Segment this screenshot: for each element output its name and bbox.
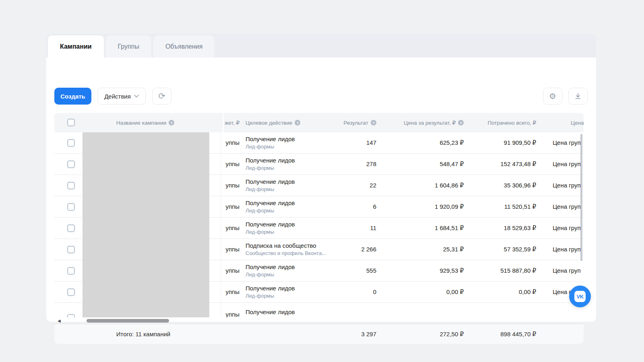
result-cell: 6 xyxy=(312,203,376,210)
gear-icon: ⚙ xyxy=(549,91,556,101)
column-header-name-label: Название кампании xyxy=(116,120,166,126)
price-cell: Цена груп xyxy=(553,267,584,274)
column-header-budget-label: жет, ₽ xyxy=(225,119,239,126)
chevron-down-icon xyxy=(134,95,139,98)
row-checkbox[interactable] xyxy=(67,182,75,189)
result-cell: 0 xyxy=(312,288,376,295)
budget-cell: уппы xyxy=(215,182,239,189)
price-cell: Цена груп xyxy=(553,224,584,231)
row-checkbox[interactable] xyxy=(67,203,75,211)
totals-label: Итого: 11 кампаний xyxy=(93,331,194,337)
help-icon[interactable]: ? xyxy=(295,120,300,125)
action-subtitle: Лид-формы xyxy=(246,293,295,299)
spent-cell: 57 352,59 ₽ xyxy=(457,246,536,253)
download-icon xyxy=(574,93,582,100)
cost-per-result-cell: 25,31 ₽ xyxy=(388,246,464,253)
budget-cell: уппы xyxy=(215,139,239,146)
totals-result: 3 297 xyxy=(312,331,376,337)
price-cell: Цена груп xyxy=(553,160,584,167)
action-title: Получение лидов xyxy=(246,178,295,185)
help-icon[interactable]: ? xyxy=(169,120,174,125)
settings-button[interactable]: ⚙ xyxy=(543,88,562,105)
table-header: Название кампании ? жет, ₽ Целевое дейст… xyxy=(54,113,584,132)
spent-cell: 0,00 ₽ xyxy=(457,288,536,296)
refresh-button[interactable]: ⟳ xyxy=(152,88,171,105)
create-button[interactable]: Создать xyxy=(54,88,91,105)
column-header-price-label: Цена, xyxy=(571,120,584,126)
action-cell: Получение лидов Лид-формы xyxy=(246,157,295,171)
budget-cell: уппы xyxy=(215,311,239,317)
horizontal-scrollbar-thumb[interactable] xyxy=(87,319,169,323)
budget-cell: уппы xyxy=(215,246,239,253)
row-checkbox[interactable] xyxy=(67,288,75,296)
price-cell: Цена груп xyxy=(553,139,584,146)
action-subtitle: Лид-формы xyxy=(246,208,295,214)
help-icon[interactable]: ? xyxy=(458,120,464,125)
campaign-name-redacted-block xyxy=(83,132,209,317)
download-button[interactable] xyxy=(568,88,588,105)
vk-fab[interactable]: VK xyxy=(569,286,591,307)
frozen-pane-border xyxy=(221,132,221,317)
cost-per-result-cell: 1 604,86 ₽ xyxy=(388,182,464,189)
action-cell: Получение лидов Лид-формы xyxy=(246,221,295,235)
spent-cell: 11 520,51 ₽ xyxy=(457,203,536,210)
result-cell: 555 xyxy=(312,267,376,274)
toolbar: Создать Действия ⟳ ⚙ xyxy=(46,88,596,105)
cost-per-result-cell: 929,53 ₽ xyxy=(388,267,464,274)
column-header-cost-per-result: Цена за результат, ₽ ? xyxy=(388,113,464,132)
tab-groups[interactable]: Группы xyxy=(106,35,151,58)
cost-per-result-cell: 1 684,51 ₽ xyxy=(388,224,464,232)
result-cell: 22 xyxy=(312,182,376,189)
budget-cell: уппы xyxy=(215,224,239,231)
action-subtitle: Лид-формы xyxy=(246,186,295,192)
actions-button[interactable]: Действия xyxy=(97,88,146,105)
column-header-price: Цена, xyxy=(571,113,584,132)
row-checkbox[interactable] xyxy=(67,224,75,232)
tab-bar: Кампании Группы Объявления xyxy=(46,34,596,58)
totals-row: Итого: 11 кампаний 3 297 272,50 ₽ 898 44… xyxy=(54,324,584,344)
price-cell: Цена груп xyxy=(553,182,584,189)
campaigns-card: Кампании Группы Объявления Создать Дейст… xyxy=(46,34,596,322)
column-header-spent-label: Потрачено всего, ₽ xyxy=(487,119,536,126)
tab-campaigns[interactable]: Кампании xyxy=(48,35,104,58)
frozen-pane-divider xyxy=(223,113,224,132)
totals-spent: 898 445,70 ₽ xyxy=(457,331,536,338)
action-title: Получение лидов xyxy=(246,200,295,206)
campaigns-table: Название кампании ? жет, ₽ Целевое дейст… xyxy=(54,113,584,344)
budget-cell: уппы xyxy=(215,160,239,167)
budget-cell: уппы xyxy=(215,203,239,210)
row-checkbox[interactable] xyxy=(67,139,75,147)
column-header-action-label: Целевое действие xyxy=(246,120,292,126)
row-checkbox[interactable] xyxy=(67,246,75,253)
action-title: Получение лидов xyxy=(246,285,295,292)
action-subtitle: Лид-формы xyxy=(246,229,295,235)
tab-ads[interactable]: Объявления xyxy=(153,35,215,58)
help-icon[interactable]: ? xyxy=(371,120,376,125)
card-body: Создать Действия ⟳ ⚙ xyxy=(46,58,596,322)
row-checkbox[interactable] xyxy=(67,314,75,317)
column-header-cost-per-result-label: Цена за результат, ₽ xyxy=(404,119,456,126)
action-cell: Получение лидов Лид-формы xyxy=(246,136,295,150)
refresh-icon: ⟳ xyxy=(158,91,165,101)
action-title: Получение лидов xyxy=(246,157,295,164)
spent-cell: 91 909,50 ₽ xyxy=(457,139,536,146)
action-title: Получение лидов xyxy=(246,309,295,315)
row-checkbox[interactable] xyxy=(67,267,75,275)
actions-button-label: Действия xyxy=(104,93,131,100)
scroll-left-arrow-icon[interactable]: ◀ xyxy=(58,319,61,323)
price-cell: Цена груп xyxy=(553,203,584,210)
row-checkbox[interactable] xyxy=(67,160,75,168)
select-all-checkbox[interactable] xyxy=(67,119,75,126)
budget-cell: уппы xyxy=(215,267,239,274)
spent-cell: 515 887,80 ₽ xyxy=(457,267,536,274)
action-cell: Получение лидов Лид-формы xyxy=(246,263,295,278)
action-title: Получение лидов xyxy=(246,136,295,142)
spent-cell: 18 529,63 ₽ xyxy=(457,224,536,232)
action-title: Получение лидов xyxy=(246,263,295,270)
vertical-scrollbar-thumb[interactable] xyxy=(580,134,582,261)
action-subtitle: Лид-формы xyxy=(246,272,295,278)
price-cell: Цена груп xyxy=(553,246,584,253)
column-header-spent: Потрачено всего, ₽ xyxy=(465,113,536,132)
action-cell: Получение лидов Лид-формы xyxy=(246,200,295,214)
result-cell: 11 xyxy=(312,224,376,231)
